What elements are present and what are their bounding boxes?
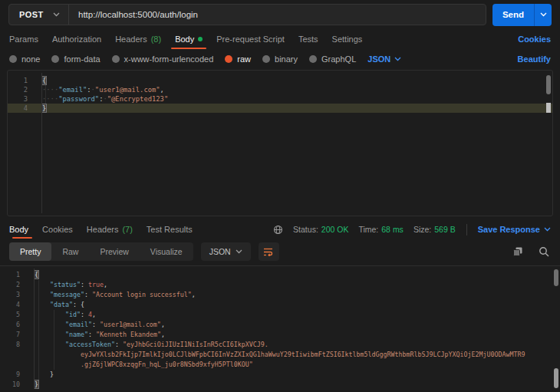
search-icon — [539, 246, 549, 257]
code-line: eyJwYXlsb2FkIjp7ImlkIjo0LCJlbWFpbCI6InVz… — [0, 350, 560, 360]
body-mode-label: binary — [275, 54, 298, 64]
size-pair: Size: 569 B — [413, 225, 456, 234]
code-content: "status": true, — [29, 280, 107, 290]
network-globe-icon — [273, 225, 283, 235]
body-mode-label: GraphQL — [321, 54, 356, 64]
body-mode-none[interactable]: none — [9, 54, 40, 64]
tab-label: Params — [9, 35, 38, 44]
code-content: "id": 4, — [29, 310, 96, 320]
url-input[interactable]: http://localhost:5000/auth/login — [69, 5, 486, 25]
wrap-text-button[interactable] — [259, 242, 279, 261]
response-tabs: BodyCookiesHeaders(7)Test Results — [9, 220, 199, 239]
size-value[interactable]: 569 B — [434, 225, 455, 234]
radio-icon — [225, 55, 232, 63]
request-editor-scrollbar[interactable] — [546, 75, 551, 94]
code-content: "message": "Account login successful", — [29, 290, 196, 300]
tab-label: Authorization — [52, 35, 101, 44]
line-number: 8 — [0, 340, 29, 350]
radio-icon — [51, 55, 59, 63]
code-line: .gjZ6jlWPC8xzqgFn_hqL_ju0r8NSbd9xfyH5PTl… — [0, 360, 560, 370]
body-mode-graphql[interactable]: GraphQL — [309, 54, 356, 64]
view-mode-visualize[interactable]: Visualize — [140, 242, 193, 261]
request-tab-tests[interactable]: Tests — [292, 29, 325, 49]
postman-window: POST http://localhost:5000/auth/login Se… — [0, 0, 560, 392]
time-value[interactable]: 68 ms — [381, 225, 404, 234]
search-response-button[interactable] — [537, 245, 551, 259]
modified-dot-icon — [198, 37, 203, 41]
request-tab-body[interactable]: Body — [168, 29, 209, 49]
response-tab-body[interactable]: Body — [9, 220, 35, 239]
meta-divider — [466, 224, 467, 236]
indent-guide — [45, 85, 46, 104]
body-mode-binary[interactable]: binary — [262, 54, 298, 64]
indent-guide — [38, 280, 39, 380]
tab-label: Body — [9, 225, 28, 234]
response-header: BodyCookiesHeaders(7)Test Results Status… — [0, 220, 560, 239]
copy-response-button[interactable] — [511, 245, 525, 259]
request-tabs: ParamsAuthorizationHeaders(8)BodyPre-req… — [9, 29, 369, 49]
response-meta: Status: 200 OK Time: 68 ms Size: 569 B S… — [273, 224, 551, 236]
body-language-chevron-icon — [394, 57, 401, 61]
method-label: POST — [19, 10, 44, 19]
response-tab-headers[interactable]: Headers(7) — [80, 220, 140, 239]
view-mode-pretty[interactable]: Pretty — [9, 242, 51, 261]
time-pair: Time: 68 ms — [358, 225, 403, 234]
body-language-label: JSON — [367, 54, 390, 64]
tab-label: Pre-request Script — [216, 35, 285, 44]
request-tabs-row: ParamsAuthorizationHeaders(8)BodyPre-req… — [0, 29, 560, 49]
tab-label: Cookies — [42, 225, 73, 234]
code-line: 4} — [8, 104, 552, 113]
send-options-button[interactable] — [534, 4, 552, 26]
tab-count-badge: (7) — [122, 225, 132, 234]
beautify-link[interactable]: Beautify — [518, 54, 551, 64]
response-language-label: JSON — [209, 247, 231, 256]
code-content: ····"password":·"@Encrypted123" — [37, 94, 168, 104]
request-tab-settings[interactable]: Settings — [325, 29, 370, 49]
line-number: 7 — [0, 330, 29, 340]
code-content: } — [29, 370, 54, 380]
method-chevron-icon — [53, 12, 60, 17]
response-language-select[interactable]: JSON — [201, 242, 251, 261]
tab-label: Test Results — [147, 225, 193, 234]
code-line: 1{ — [0, 270, 560, 280]
request-tab-pre-request-script[interactable]: Pre-request Script — [209, 29, 292, 49]
line-number: 2 — [8, 85, 37, 94]
status-label: Status: — [293, 225, 318, 234]
response-tab-cookies[interactable]: Cookies — [35, 220, 80, 239]
gutter-divider — [41, 73, 42, 213]
response-tab-test-results[interactable]: Test Results — [140, 220, 199, 239]
request-tab-params[interactable]: Params — [9, 29, 45, 49]
body-mode-x-www-form-urlencoded[interactable]: x-www-form-urlencoded — [112, 54, 214, 64]
body-mode-form-data[interactable]: form-data — [51, 54, 100, 64]
code-content: "accessToken": "eyJhbGciOiJIUzI1NiIsInR5… — [29, 340, 268, 350]
send-button[interactable]: Send — [492, 4, 534, 26]
body-modes-row: noneform-datax-www-form-urlencodedrawbin… — [0, 49, 560, 69]
line-number: 6 — [0, 320, 29, 330]
code-content: "data": { — [29, 300, 84, 310]
method-selector[interactable]: POST — [9, 5, 69, 25]
response-body-editor[interactable]: 1{2 "status": true,3 "message": "Account… — [0, 265, 560, 391]
request-tab-authorization[interactable]: Authorization — [45, 29, 108, 49]
body-modes: noneform-datax-www-form-urlencodedrawbin… — [9, 54, 356, 64]
view-mode-raw[interactable]: Raw — [51, 242, 89, 261]
status-pair: Status: 200 OK — [293, 225, 348, 234]
line-number: 3 — [0, 290, 29, 300]
save-response-button[interactable]: Save Response — [478, 225, 551, 234]
line-number: 1 — [8, 76, 37, 85]
url-text: http://localhost:5000/auth/login — [78, 10, 198, 19]
request-body-editor[interactable]: 1{2····"email":·"user1@mail.com",3····"p… — [7, 70, 553, 216]
request-tab-headers[interactable]: Headers(8) — [108, 29, 168, 49]
code-line: 8 "accessToken": "eyJhbGciOiJIUzI1NiIsIn… — [0, 340, 560, 350]
cookies-link[interactable]: Cookies — [518, 35, 551, 44]
body-mode-raw[interactable]: raw — [225, 54, 251, 64]
body-language-select[interactable]: JSON — [367, 54, 401, 64]
tab-label: Body — [175, 35, 194, 44]
view-mode-preview[interactable]: Preview — [89, 242, 139, 261]
response-editor-scrollbar[interactable] — [554, 269, 558, 286]
response-editor-scrollbar-bottom[interactable] — [554, 368, 558, 388]
line-number: 5 — [0, 310, 29, 320]
radio-icon — [112, 55, 120, 63]
gutter-divider — [34, 268, 35, 389]
status-value[interactable]: 200 OK — [321, 225, 349, 234]
line-number: 10 — [0, 380, 29, 390]
